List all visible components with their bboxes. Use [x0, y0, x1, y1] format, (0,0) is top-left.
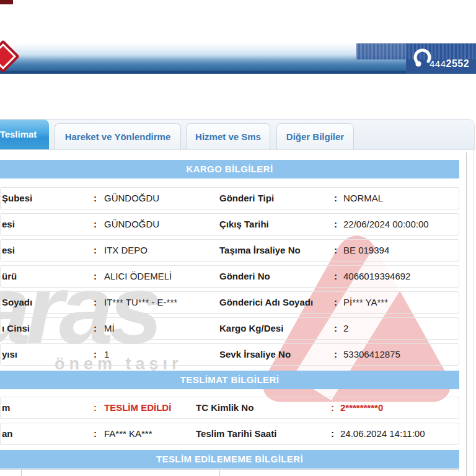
colon: : — [94, 240, 97, 261]
row-value: GÜNDOĞDU — [104, 214, 159, 235]
table-row: yısı : 1 Sevk İrsaliye No : 53306412875 — [0, 343, 459, 366]
tc-kimlik-value: 2*********0 — [340, 397, 383, 418]
row-label: Taşıma İrsaliye No — [219, 240, 301, 261]
colon: : — [334, 292, 337, 313]
header-underline — [0, 71, 476, 74]
partial-cell-border — [21, 470, 22, 476]
tab-diger-bilgiler[interactable]: Diğer Bilgiler — [276, 123, 354, 149]
row-value: 2 — [343, 318, 348, 339]
row-label: esi — [2, 240, 15, 261]
tab-teslimat[interactable]: Teslimat — [0, 120, 49, 149]
row-label: TC Kimlik No — [196, 397, 253, 418]
row-label: ı Cinsi — [2, 318, 30, 339]
table-row: Soyadı : IT*** TU*** - E-*** Gönderici A… — [0, 291, 459, 314]
row-label: esi — [2, 214, 15, 235]
colon: : — [94, 344, 97, 365]
colon: : — [94, 318, 97, 339]
row-label: Soyadı — [2, 292, 32, 313]
colon: : — [94, 423, 97, 444]
row-value: Mİ — [104, 318, 115, 339]
tab-hareket-ve-yonlendirme[interactable]: Hareket ve Yönlendirme — [55, 123, 181, 149]
colon: : — [94, 188, 97, 209]
row-label: Gönderi Tipi — [219, 188, 274, 209]
table-row: esi : ITX DEPO Taşıma İrsaliye No : BE 0… — [0, 239, 459, 262]
colon: : — [94, 397, 97, 418]
colon: : — [334, 266, 337, 287]
tab-hizmet-ve-sms[interactable]: Hizmet ve Sms — [186, 123, 270, 149]
partial-cell-border — [219, 470, 220, 476]
row-label: Teslim Tarihi Saati — [196, 423, 276, 444]
row-value: 22/06/2024 00:00:00 — [343, 214, 429, 235]
colon: : — [334, 188, 337, 209]
table-row: Şubesi : GÜNDOĞDU Gönderi Tipi : NORMAL — [0, 187, 459, 209]
colon: : — [334, 344, 337, 365]
row-value: 53306412875 — [343, 344, 400, 365]
table-row: ı Cinsi : Mİ Kargo Kg/Desi : 2 — [0, 317, 459, 340]
row-value: IT*** TU*** - E-*** — [104, 292, 177, 313]
row-label: an — [2, 423, 13, 444]
row-label: m — [2, 397, 10, 418]
row-value: FA*** KA*** — [104, 423, 152, 444]
row-label: Gönderi No — [219, 266, 270, 287]
table-row: ürü : ALICI ÖDEMELİ Gönderi No : 4066019… — [0, 265, 459, 288]
colon: : — [94, 214, 97, 235]
row-value: GÜNDOĞDU — [104, 188, 159, 209]
top-corner-strip — [0, 0, 13, 4]
tab-strip: Teslimat Hareket ve Yönlendirme Hizmet v… — [0, 119, 475, 150]
section-header-teslimat-bilgileri: TESLİMAT BİLGİLERİ — [0, 371, 459, 389]
colon: : — [334, 214, 337, 235]
row-label: yısı — [2, 344, 17, 365]
row-label: Şubesi — [2, 188, 32, 209]
colon: : — [331, 397, 334, 418]
row-value: Pİ*** YA*** — [343, 292, 388, 313]
row-value: BE 019394 — [343, 240, 389, 261]
row-label: Kargo Kg/Desi — [219, 318, 283, 339]
table-row: esi : GÜNDOĞDU Çıkış Tarihi : 22/06/2024… — [0, 213, 459, 236]
row-label: Sevk İrsaliye No — [219, 344, 291, 365]
delivery-status-value: TESLİM EDİLDİ — [104, 397, 171, 418]
row-value: 24.06.2024 14:11:00 — [340, 423, 425, 444]
table-right-border — [466, 152, 467, 476]
phone-prefix: 444 — [430, 58, 446, 69]
colon: : — [334, 240, 337, 261]
colon: : — [334, 318, 337, 339]
colon: : — [94, 266, 97, 287]
row-value: 1 — [104, 344, 109, 365]
row-label: ürü — [2, 266, 17, 287]
row-value: 4066019394692 — [343, 266, 410, 287]
colon: : — [94, 292, 97, 313]
phone-suffix: 2552 — [446, 58, 470, 69]
partial-row-divider — [0, 469, 459, 470]
page-right-border — [474, 150, 474, 476]
phone-panel: 4442552 — [406, 43, 476, 74]
table-row: m : TESLİM EDİLDİ TC Kimlik No : 2******… — [0, 397, 459, 419]
row-value: NORMAL — [343, 188, 383, 209]
row-value: ITX DEPO — [104, 240, 148, 261]
row-value: ALICI ÖDEMELİ — [104, 266, 172, 287]
section-header-teslim-edilememe-bilgileri: TESLİM EDİLEMEME BİLGİLERİ — [0, 450, 459, 469]
row-label: Çıkış Tarihi — [219, 214, 269, 235]
row-label: Gönderici Adı Soyadı — [219, 292, 313, 313]
section-header-kargo-bilgileri: KARGO BİLGİLERİ — [0, 160, 459, 178]
colon: : — [331, 423, 334, 444]
customer-service-phone: 4442552 — [430, 58, 469, 69]
table-row: an : FA*** KA*** Teslim Tarihi Saati : 2… — [0, 423, 459, 445]
